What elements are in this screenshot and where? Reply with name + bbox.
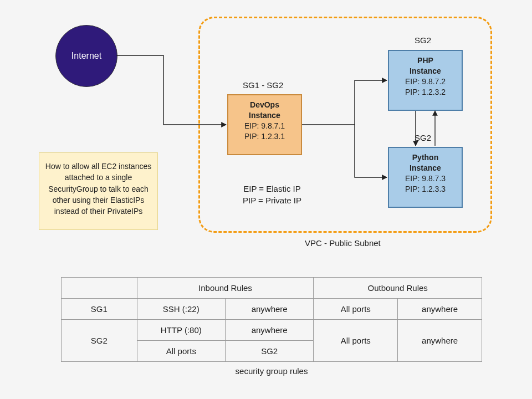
sg1-out-proto: All ports [314,299,398,320]
ip-legend: EIP = Elastic IP PIP = Private IP [243,183,301,206]
devops-subtitle: Instance [232,110,298,121]
python-eip: EIP: 9.8.7.3 [392,173,458,184]
sg1-in-proto: SSH (:22) [137,299,225,320]
php-instance: PHP Instance EIP: 9.8.7.2 PIP: 1.2.3.2 [388,50,463,111]
diagram-canvas: VPC - Public Subnet Internet SG1 - SG2 D… [0,0,532,399]
question-text: How to allow all EC2 instances attached … [45,162,151,216]
php-subtitle: Instance [392,66,458,76]
sg2-label: SG2 [62,320,137,362]
python-sg-label: SG2 [415,133,431,142]
sg1-out-dst: anywhere [398,299,482,320]
table-row: SG1 SSH (:22) anywhere All ports anywher… [62,299,482,320]
sg-rules-table: Inbound Rules Outbound Rules SG1 SSH (:2… [61,277,482,362]
table-row: SG2 HTTP (:80) anywhere All ports anywhe… [62,320,482,341]
python-title: Python [392,152,458,163]
header-inbound: Inbound Rules [137,278,314,299]
sg2-in2-proto: All ports [137,341,225,362]
devops-pip: PIP: 1.2.3.1 [232,131,298,142]
python-pip: PIP: 1.2.3.3 [392,184,458,195]
devops-sg-label: SG1 - SG2 [243,80,283,90]
ip-legend-eip: EIP = Elastic IP [243,183,301,195]
internet-label: Internet [71,51,101,61]
sg2-out-dst: anywhere [398,320,482,362]
sg1-in-src: anywhere [225,299,313,320]
php-title: PHP [392,55,458,66]
sg1-label: SG1 [62,299,137,320]
internet-node: Internet [55,25,117,87]
php-sg-label: SG2 [415,35,431,45]
vpc-label: VPC - Public Subnet [305,238,381,248]
table-row: Inbound Rules Outbound Rules [62,278,482,299]
question-note: How to allow all EC2 instances attached … [39,152,158,230]
sg2-in1-proto: HTTP (:80) [137,320,225,341]
ip-legend-pip: PIP = Private IP [243,195,301,206]
php-eip: EIP: 9.8.7.2 [392,76,458,87]
python-subtitle: Instance [392,163,458,173]
table-caption: security group rules [61,366,482,376]
devops-title: DevOps [232,100,298,110]
sg2-in2-src: SG2 [225,341,313,362]
php-pip: PIP: 1.2.3.2 [392,87,458,98]
devops-eip: EIP: 9.8.7.1 [232,121,298,131]
header-outbound: Outbound Rules [314,278,482,299]
sg2-out-proto: All ports [314,320,398,362]
python-instance: Python Instance EIP: 9.8.7.3 PIP: 1.2.3.… [388,147,463,208]
devops-instance: DevOps Instance EIP: 9.8.7.1 PIP: 1.2.3.… [227,94,302,155]
sg2-in1-src: anywhere [225,320,313,341]
sg-rules-table-wrap: Inbound Rules Outbound Rules SG1 SSH (:2… [61,277,482,376]
